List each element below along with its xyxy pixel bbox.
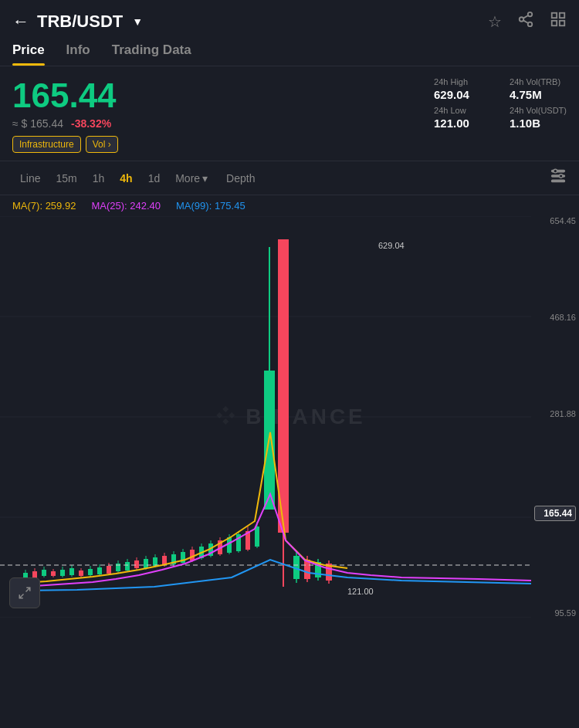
- ma25: MA(25): 242.40: [91, 200, 161, 212]
- main-price: 165.44: [12, 77, 426, 114]
- header-left: ← TRB/USDT ▼: [12, 12, 488, 32]
- stat-24h-high: 24h High 629.04: [434, 77, 491, 101]
- price-change: -38.32%: [71, 117, 111, 130]
- chart-btn-1h[interactable]: 1h: [85, 169, 113, 188]
- chart-btn-15m[interactable]: 15m: [48, 169, 84, 188]
- chart-settings-icon[interactable]: [550, 168, 567, 188]
- candlestick-chart: 629.04 121.00: [0, 216, 531, 618]
- price-usd: ≈ $ 165.44 -38.32%: [12, 117, 426, 130]
- svg-rect-6: [560, 13, 564, 18]
- svg-rect-5: [552, 13, 557, 18]
- price-labels: 654.45 468.16 281.88 165.44 95.59: [531, 216, 579, 618]
- chart-btn-line[interactable]: Line: [12, 169, 48, 188]
- ma99: MA(99): 175.45: [176, 200, 245, 212]
- svg-line-4: [523, 15, 528, 19]
- price-label-top: 654.45: [534, 216, 576, 225]
- more-label: More: [175, 172, 200, 185]
- stat-vol-usdt: 24h Vol(USDT) 1.10B: [510, 106, 567, 130]
- share-icon[interactable]: [517, 11, 534, 32]
- svg-rect-7: [552, 21, 557, 25]
- chart-area: 654.45 468.16 281.88 165.44 95.59 BINANC…: [0, 216, 579, 618]
- stat-vol-trb: 24h Vol(TRB) 4.75M: [510, 77, 567, 101]
- more-dropdown-icon: ▾: [202, 172, 208, 185]
- pair-title: TRB/USDT: [37, 12, 123, 32]
- price-label-current: 165.44: [534, 506, 576, 521]
- svg-text:629.04: 629.04: [378, 241, 405, 250]
- svg-rect-11: [552, 181, 565, 182]
- back-button[interactable]: ←: [12, 12, 29, 32]
- price-label-bottom: 95.59: [534, 608, 576, 618]
- svg-point-12: [554, 170, 557, 174]
- price-stats: 24h High 629.04 24h Vol(TRB) 4.75M 24h L…: [434, 77, 567, 130]
- chart-btn-more[interactable]: More ▾: [168, 169, 215, 188]
- svg-line-91: [19, 594, 23, 598]
- svg-text:121.00: 121.00: [347, 587, 374, 596]
- price-label-3: 281.88: [534, 409, 576, 418]
- tab-info[interactable]: Info: [66, 42, 90, 66]
- header-icons: ☆: [488, 11, 567, 32]
- tab-bar: Price Info Trading Data: [0, 42, 579, 66]
- grid-icon[interactable]: [550, 11, 567, 32]
- chart-btn-4h[interactable]: 4h: [112, 169, 140, 188]
- tag-infrastructure[interactable]: Infrastructure: [12, 136, 81, 153]
- tag-vol[interactable]: Vol ›: [86, 136, 118, 153]
- price-label-2: 468.16: [534, 313, 576, 322]
- chart-toolbar: Line 15m 1h 4h 1d More ▾ Depth: [0, 161, 579, 195]
- svg-line-90: [26, 588, 30, 592]
- svg-line-3: [523, 20, 528, 23]
- tab-price[interactable]: Price: [12, 42, 45, 66]
- ma-indicators: MA(7): 259.92 MA(25): 242.40 MA(99): 175…: [0, 195, 579, 216]
- favorite-icon[interactable]: ☆: [488, 12, 502, 31]
- chart-btn-depth[interactable]: Depth: [218, 169, 262, 188]
- tab-trading-data[interactable]: Trading Data: [112, 42, 191, 66]
- chart-btn-1d[interactable]: 1d: [141, 169, 168, 188]
- ma7: MA(7): 259.92: [12, 200, 76, 212]
- stat-24h-low: 24h Low 121.00: [434, 106, 491, 130]
- price-section: 165.44 ≈ $ 165.44 -38.32% Infrastructure…: [0, 66, 579, 161]
- header: ← TRB/USDT ▼ ☆: [0, 0, 579, 42]
- svg-point-13: [559, 174, 563, 178]
- expand-button[interactable]: [9, 577, 40, 608]
- svg-rect-8: [560, 21, 564, 25]
- svg-rect-80: [278, 239, 289, 533]
- pair-dropdown-icon[interactable]: ▼: [132, 15, 143, 28]
- tags: Infrastructure Vol ›: [12, 136, 426, 153]
- price-left: 165.44 ≈ $ 165.44 -38.32% Infrastructure…: [12, 77, 426, 153]
